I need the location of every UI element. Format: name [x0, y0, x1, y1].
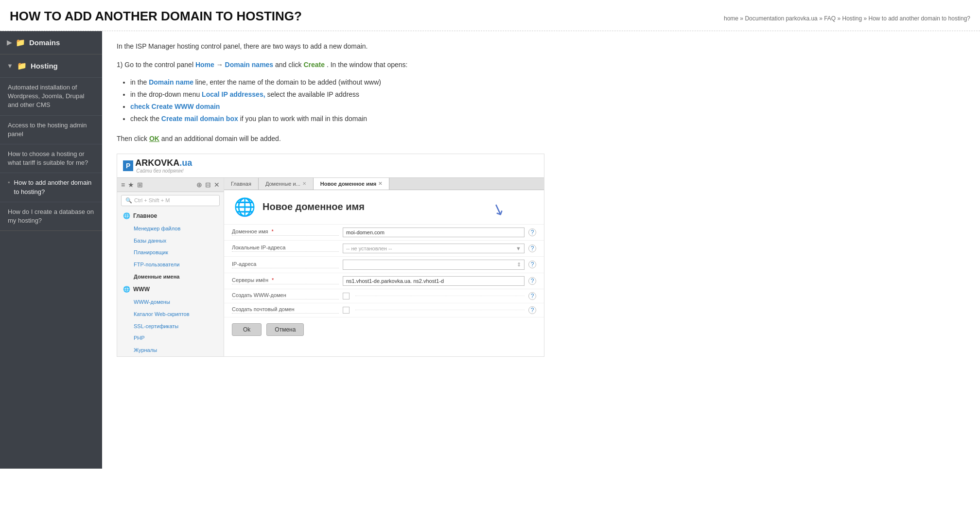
screenshot-container: P ARKOVKA.ua Сайти без подряпін! ≡ ★ ⊞ ⊕: [117, 154, 544, 357]
sidebar-section-hosting: ▼ 📁 Hosting Automated installation of Wo…: [0, 54, 102, 231]
ss-input-domain[interactable]: [343, 228, 525, 237]
updown-arrow-icon: ⇕: [517, 262, 521, 268]
ss-tab-domennye[interactable]: Доменные и... ✕: [259, 178, 314, 190]
ss-field-label-servers: Серверы имён *: [232, 277, 339, 284]
ss-form-row-www-domain: Создать WWW-домен ?: [224, 289, 544, 303]
home-link[interactable]: Home: [195, 61, 214, 69]
ss-nav-databases[interactable]: Базы данных: [117, 235, 224, 247]
folder-icon-hosting: 📁: [17, 61, 27, 70]
sidebar-item-wordpress[interactable]: Automated installation of Wordpress, Joo…: [0, 77, 102, 115]
ss-checkbox-www-domain[interactable]: [343, 293, 350, 299]
sidebar-item-admin-panel[interactable]: Access to the hosting admin panel: [0, 115, 102, 144]
create-mail-link[interactable]: Create mail domain box: [161, 115, 238, 123]
ss-field-label-ip: IP-адреса: [232, 261, 339, 268]
sidebar: ▶ 📁 Domains ▼ 📁 Hosting Automated instal…: [0, 31, 102, 469]
ss-right-panel: Главная Доменные и... ✕ Новое доменное и…: [224, 178, 544, 356]
create-www-link[interactable]: check Create WWW domain: [130, 103, 220, 110]
globe-icon-www: 🌐: [123, 286, 130, 293]
sidebar-item-choose-hosting[interactable]: How to choose a hosting or what tariff i…: [0, 144, 102, 173]
sidebar-item-create-database[interactable]: How do I create a database on my hosting…: [0, 202, 102, 230]
ss-search-bar[interactable]: 🔍 Ctrl + Shift + M: [121, 195, 220, 206]
toolbar-close-icon[interactable]: ✕: [214, 181, 220, 189]
ss-tabs: Главная Доменные и... ✕ Новое доменное и…: [224, 178, 544, 190]
help-icon-ip[interactable]: ?: [528, 261, 536, 268]
toolbar-minus-icon[interactable]: ⊟: [205, 181, 211, 189]
domain-names-link[interactable]: Domain names: [225, 61, 274, 69]
ss-nav-ssl[interactable]: SSL-сертификаты: [117, 320, 224, 333]
sidebar-item-add-domain[interactable]: How to add another domain to hosting?: [0, 173, 102, 201]
bullet-item-local-ip: in the drop-down menu Local IP addresses…: [130, 88, 965, 101]
domain-name-link[interactable]: Domain name: [149, 78, 193, 86]
page-title: HOW TO ADD ANOTHER DOMAIN TO HOSTING?: [10, 9, 302, 24]
folder-icon: 📁: [16, 38, 25, 47]
tab-close-novoe-icon[interactable]: ✕: [378, 181, 382, 186]
ss-nav-php[interactable]: PHP: [117, 332, 224, 344]
ss-nav-files[interactable]: Менеджер файлов: [117, 223, 224, 235]
required-indicator-servers: *: [272, 277, 274, 283]
toolbar-add-icon[interactable]: ⊕: [196, 181, 202, 189]
screenshot-logo-bar: P ARKOVKA.ua Сайти без подряпін!: [117, 154, 544, 178]
ss-form-title: Новое доменное имя: [262, 201, 365, 212]
toolbar-grid-icon[interactable]: ≡: [121, 181, 125, 189]
help-icon-domain[interactable]: ?: [528, 228, 536, 236]
sidebar-section-hosting-label: Hosting: [31, 62, 58, 70]
ss-input-servers[interactable]: [343, 276, 525, 286]
local-ip-link[interactable]: Local IP addresses,: [202, 90, 265, 98]
ss-form-row-ip: IP-адреса ⇕ ?: [224, 257, 544, 273]
ss-select-local-ip[interactable]: -- не установлен -- ▼: [343, 244, 525, 253]
then-text: Then click OK and an additional domain w…: [117, 133, 965, 144]
tab-close-domennye-icon[interactable]: ✕: [302, 181, 306, 186]
ss-left-panel: ≡ ★ ⊞ ⊕ ⊟ ✕ 🔍 Ctrl + Shift + M: [117, 178, 224, 356]
toolbar-copy-icon[interactable]: ⊞: [137, 181, 143, 189]
ss-nav-www[interactable]: 🌐 WWW: [117, 282, 224, 296]
main-content: In the ISP Manager hosting control panel…: [102, 31, 980, 469]
ss-nav-planner[interactable]: Планировщик: [117, 246, 224, 259]
ss-nav-www-domains[interactable]: WWW-домены: [117, 296, 224, 308]
ss-field-label-local-ip: Локальные IP-адреса: [232, 245, 339, 252]
ss-ok-button[interactable]: Ok: [232, 323, 262, 336]
ss-tab-novoe[interactable]: Новое доменное имя ✕: [314, 178, 389, 190]
screenshot-body: ≡ ★ ⊞ ⊕ ⊟ ✕ 🔍 Ctrl + Shift + M: [117, 178, 544, 356]
ss-nav-logs[interactable]: Журналы: [117, 344, 224, 356]
arrow-indicator-icon: ↘: [489, 198, 508, 220]
create-link[interactable]: Create: [303, 61, 325, 69]
help-icon-www-domain[interactable]: ?: [528, 292, 536, 300]
ss-form-row-mail-domain: Создать почтовый домен ?: [224, 303, 544, 317]
ss-nav-glavnoe-label: Главное: [133, 212, 157, 219]
ss-input-ip[interactable]: ⇕: [343, 260, 525, 270]
ss-checkbox-mail-domain[interactable]: [343, 307, 350, 314]
ss-cancel-button[interactable]: Отмена: [266, 323, 304, 336]
ss-form-row-local-ip: Локальные IP-адреса -- не установлен -- …: [224, 241, 544, 257]
ss-tab-glavnaya[interactable]: Главная: [224, 178, 259, 190]
arrow-right-icon: ▶: [7, 39, 12, 46]
help-icon-mail-domain[interactable]: ?: [528, 306, 536, 314]
dropdown-arrow-icon: ▼: [516, 245, 521, 251]
sidebar-hosting-items: Automated installation of Wordpress, Joo…: [0, 77, 102, 230]
ss-nav-ftp[interactable]: FTP-пользователи: [117, 259, 224, 271]
ss-field-label-www-domain: Создать WWW-домен: [232, 292, 339, 299]
arrow-down-icon: ▼: [7, 62, 13, 70]
logo-box: P: [123, 160, 133, 171]
sidebar-section-hosting-header[interactable]: ▼ 📁 Hosting: [0, 54, 102, 77]
logo-tagline: Сайти без подряпін!: [136, 168, 192, 174]
ss-form-row-domain-name: Доменное имя * ?: [224, 225, 544, 241]
logo-text: ARKOVKA.ua Сайти без подряпін!: [135, 158, 192, 174]
layout: ▶ 📁 Domains ▼ 📁 Hosting Automated instal…: [0, 31, 980, 469]
toolbar-star-icon[interactable]: ★: [128, 181, 134, 189]
search-icon: 🔍: [125, 197, 132, 204]
help-icon-local-ip[interactable]: ?: [528, 245, 536, 252]
required-indicator: *: [272, 228, 274, 234]
intro-text: In the ISP Manager hosting control panel…: [117, 41, 965, 52]
ss-nav-domain-names[interactable]: Доменные имена: [117, 271, 224, 283]
sidebar-section-domains-header[interactable]: ▶ 📁 Domains: [0, 31, 102, 54]
help-icon-servers[interactable]: ?: [528, 277, 536, 285]
ss-toolbar: ≡ ★ ⊞ ⊕ ⊟ ✕: [117, 178, 224, 192]
form-globe-icon: 🌐: [234, 197, 256, 217]
ss-nav-glavnoe[interactable]: 🌐 Главное: [117, 209, 224, 223]
ss-nav-web-scripts[interactable]: Каталог Web-скриптов: [117, 308, 224, 320]
breadcrumb: home » Documentation parkovka.ua » FAQ »…: [724, 15, 970, 22]
bullet-list: in the Domain name line, enter the name …: [130, 76, 965, 125]
ss-form-row-servers: Серверы имён * ?: [224, 273, 544, 289]
ok-link[interactable]: OK: [149, 135, 159, 142]
ss-form-header: 🌐 Новое доменное имя ↘: [224, 190, 544, 225]
